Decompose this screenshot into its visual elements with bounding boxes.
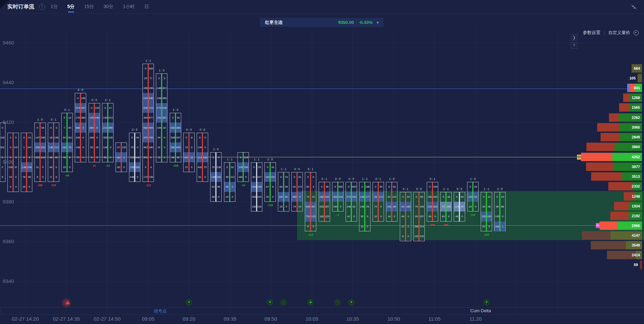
footprint-candle[interactable]: 01281281561810 [237,152,249,182]
footprint-candle[interactable]: 0123428230190200 [481,192,492,231]
delta-sum-label: -2 [336,213,339,217]
ask-volume: 307 [324,205,330,208]
delta-sum-label: 132 [471,213,475,217]
ask-volume: 77 [148,77,154,80]
sell-signal-icon[interactable]: ↓ [281,299,287,305]
footprint-candle[interactable]: 0347301521482353394480 [129,133,140,182]
tab-1小时[interactable]: 1小时 [123,0,135,13]
footprint-candle[interactable]: 09823741950530779112590 [305,172,316,231]
ask-volume: 36 [324,185,330,188]
profile-bar-segment [597,123,620,132]
footprint-candle[interactable]: 02964227262195305120150134 [251,162,262,212]
ask-volume: 0 [473,205,478,208]
ask-volume: 327 [162,87,167,90]
footprint-candle[interactable]: 0318136136212984646000 [48,123,59,182]
footprint-candle[interactable]: 0145274497275380586024901080750 [75,93,86,162]
footprint-candle[interactable]: 050927425014881410 [346,182,357,221]
footprint-candle[interactable]: 0349018546012080 [400,192,411,241]
delta-line [459,192,460,221]
footprint-candle[interactable]: 018813617714578920120 [359,182,371,231]
symbol-selector[interactable]: 红枣主连 9350.00 -0.43% ▼ [260,18,384,27]
footprint-candle[interactable]: 05414720820822522511831060 [34,123,46,182]
footprint-candle[interactable]: 02515353230 [467,182,479,212]
params-settings-button[interactable]: 参数设置 [583,30,601,36]
sell-signal-icon[interactable]: ▼ [348,299,354,305]
profile-bar-segment [623,94,629,102]
sell-signal-icon[interactable]: ↓ [334,299,341,305]
ask-volume: 81 [351,205,357,208]
footprint-candle[interactable]: 0141147031382087848160 [21,133,32,192]
tab-30分[interactable]: 30分 [103,0,114,13]
imbalance-label: 1 : 1 [227,158,233,161]
ask-volume: 381 [162,116,167,119]
footprint-candle[interactable]: 0171402132133553551281280560 [102,103,114,162]
footprint-candle[interactable]: 015839916750150 [278,172,289,212]
footprint-candle[interactable]: 0147949416116178780150 [61,113,73,172]
ask-volume: 4 [148,166,154,169]
delta-line [405,192,406,241]
footprint-candle[interactable]: 012514524658401840521890 [89,103,100,162]
footprint-candle[interactable]: 0873049733720 [183,133,195,172]
profile-bar-segment [591,241,626,250]
collapse-icon[interactable] [631,5,637,11]
delta-sum-label: -64 [106,164,110,167]
custom-volume-price-button[interactable]: 自定义量价 [608,30,630,36]
footprint-candle[interactable]: 10751381381835248480 [210,152,222,202]
footprint-candle[interactable]: 0514832719835927329619138115932940310120 [156,73,167,162]
ask-volume: 0 [13,136,19,139]
horizontal-gridline [0,83,644,83]
footprint-candle[interactable]: 0346823585281073624002832 [170,113,181,162]
footprint-candle[interactable]: 04524522341920 [332,182,344,212]
footprint-candle[interactable]: 0515212210586160 [386,182,397,221]
delta-line [243,153,244,182]
ask-volume: 183 [216,175,221,179]
target-icon[interactable] [634,30,639,35]
ask-volume: 954 [148,126,154,129]
footprint-candle[interactable]: 03026172700100 [373,182,384,221]
ask-volume: 536 [202,156,208,159]
footprint-candle[interactable]: 06298112580200 [224,162,235,202]
ask-volume: 94 [67,126,72,129]
sell-signal-icon[interactable]: ▼ [267,299,273,305]
footprint-candle[interactable]: 0314217246007419 [291,172,303,212]
ask-volume: 0 [121,166,127,169]
ask-volume: 8 [270,185,276,188]
footprint-candle[interactable]: 55022311822930178053008 [0,123,5,182]
ask-volume: 112 [230,175,235,179]
imbalance-label: 0 : 0 [457,187,462,191]
sell-signal-icon[interactable]: ▼ [186,299,192,305]
tab-5分[interactable]: 5分 [67,0,75,13]
help-icon[interactable]: ? [39,4,45,10]
buy-signal-icon[interactable] [65,301,70,304]
footprint-candle[interactable]: 471321820600 [116,142,127,172]
footprint-candle[interactable]: 041194157878320 [264,162,276,202]
footprint-candle[interactable]: 036280432525307181125 [319,182,330,221]
footprint-candle[interactable]: 023488619393561 [494,192,506,231]
panel-help-button[interactable]: ? [571,42,577,49]
footprint-candle[interactable]: 0633237715019522453620672335457755295437… [142,64,154,182]
footprint-candle[interactable]: 0697916599207266214192125 [413,192,425,241]
delta-sum-label: 41 [93,164,96,167]
footprint-candle[interactable]: 0155180252229353400 [427,182,438,221]
tab-1分[interactable]: 1分 [51,0,58,13]
footprint-candle[interactable]: 06312390480 [454,192,465,222]
ask-volume: 125 [419,235,424,238]
tab-15分[interactable]: 15分 [84,0,94,13]
cum-delta-label[interactable]: Cum Delta [470,308,491,313]
tab-日[interactable]: 日 [144,0,149,13]
ask-volume: 0 [378,215,384,218]
imbalance-label: 0 : 0 [349,177,354,181]
profile-bar-segment [619,103,629,112]
sell-signal-icon[interactable]: ⇊ [308,299,314,305]
signal-points-label[interactable]: 信号点 [154,308,167,314]
ask-volume: 53 [473,195,478,198]
ask-volume: 147 [27,146,32,149]
sell-signal-icon[interactable]: ▼ [484,299,490,305]
footprint-candle[interactable]: 50134011453644270310 [197,133,208,182]
imbalance-label: 2 : 0 [173,108,179,111]
ask-volume: 0 [406,225,411,228]
page-title: 实时订单流 [7,3,34,10]
footprint-candle[interactable]: 01875196830 [440,192,452,222]
ask-volume: 48 [216,185,221,188]
next-panel-button[interactable]: ❯ [571,34,577,41]
